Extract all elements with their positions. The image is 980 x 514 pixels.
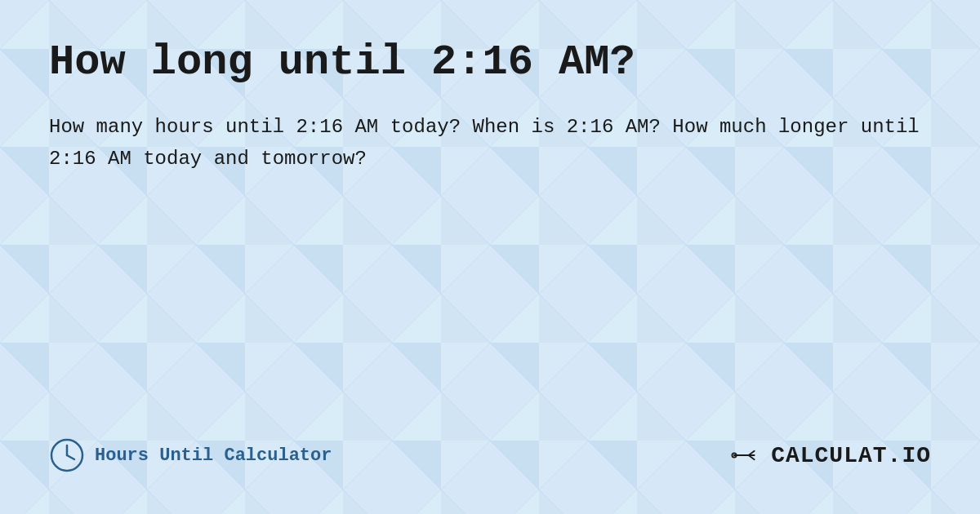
- brand-logo-text: CALCULAT.IO: [771, 443, 931, 468]
- page-title: How long until 2:16 AM?: [49, 39, 931, 86]
- clock-icon: [49, 437, 85, 473]
- svg-line-9: [67, 455, 74, 459]
- footer-left: Hours Until Calculator: [49, 437, 332, 473]
- footer-calculator-label: Hours Until Calculator: [95, 445, 332, 466]
- footer: Hours Until Calculator CALCULAT.IO: [49, 437, 931, 481]
- page-description: How many hours until 2:16 AM today? When…: [49, 112, 931, 175]
- brand-logo: CALCULAT.IO: [728, 437, 931, 473]
- logo-icon: [728, 437, 764, 473]
